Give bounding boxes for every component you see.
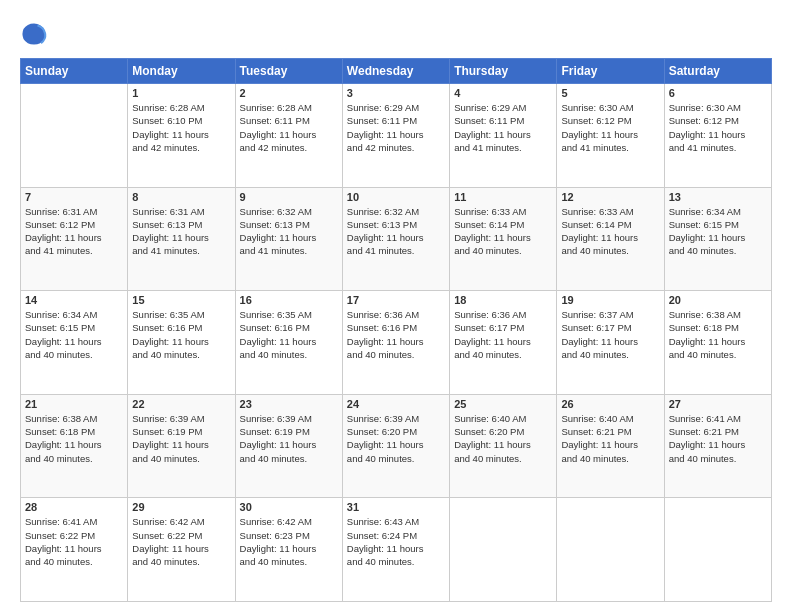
calendar-cell: 5Sunrise: 6:30 AM Sunset: 6:12 PM Daylig… [557, 84, 664, 188]
page: SundayMondayTuesdayWednesdayThursdayFrid… [0, 0, 792, 612]
calendar-cell: 3Sunrise: 6:29 AM Sunset: 6:11 PM Daylig… [342, 84, 449, 188]
day-number: 15 [132, 294, 230, 306]
day-number: 17 [347, 294, 445, 306]
logo [20, 20, 52, 48]
day-info: Sunrise: 6:31 AM Sunset: 6:12 PM Dayligh… [25, 205, 123, 258]
day-number: 27 [669, 398, 767, 410]
calendar-cell: 17Sunrise: 6:36 AM Sunset: 6:16 PM Dayli… [342, 291, 449, 395]
day-info: Sunrise: 6:30 AM Sunset: 6:12 PM Dayligh… [561, 101, 659, 154]
day-number: 28 [25, 501, 123, 513]
calendar-cell: 26Sunrise: 6:40 AM Sunset: 6:21 PM Dayli… [557, 394, 664, 498]
weekday-header-saturday: Saturday [664, 59, 771, 84]
calendar-cell: 6Sunrise: 6:30 AM Sunset: 6:12 PM Daylig… [664, 84, 771, 188]
day-number: 3 [347, 87, 445, 99]
day-info: Sunrise: 6:35 AM Sunset: 6:16 PM Dayligh… [132, 308, 230, 361]
calendar-cell: 27Sunrise: 6:41 AM Sunset: 6:21 PM Dayli… [664, 394, 771, 498]
day-info: Sunrise: 6:28 AM Sunset: 6:10 PM Dayligh… [132, 101, 230, 154]
calendar-cell: 19Sunrise: 6:37 AM Sunset: 6:17 PM Dayli… [557, 291, 664, 395]
day-info: Sunrise: 6:37 AM Sunset: 6:17 PM Dayligh… [561, 308, 659, 361]
calendar-cell [450, 498, 557, 602]
week-row-2: 7Sunrise: 6:31 AM Sunset: 6:12 PM Daylig… [21, 187, 772, 291]
day-number: 8 [132, 191, 230, 203]
day-number: 9 [240, 191, 338, 203]
calendar-cell: 18Sunrise: 6:36 AM Sunset: 6:17 PM Dayli… [450, 291, 557, 395]
calendar-cell: 24Sunrise: 6:39 AM Sunset: 6:20 PM Dayli… [342, 394, 449, 498]
calendar-cell: 21Sunrise: 6:38 AM Sunset: 6:18 PM Dayli… [21, 394, 128, 498]
day-number: 26 [561, 398, 659, 410]
day-info: Sunrise: 6:35 AM Sunset: 6:16 PM Dayligh… [240, 308, 338, 361]
calendar-cell: 7Sunrise: 6:31 AM Sunset: 6:12 PM Daylig… [21, 187, 128, 291]
day-info: Sunrise: 6:38 AM Sunset: 6:18 PM Dayligh… [669, 308, 767, 361]
weekday-header-row: SundayMondayTuesdayWednesdayThursdayFrid… [21, 59, 772, 84]
calendar-cell [21, 84, 128, 188]
week-row-3: 14Sunrise: 6:34 AM Sunset: 6:15 PM Dayli… [21, 291, 772, 395]
day-number: 2 [240, 87, 338, 99]
day-number: 14 [25, 294, 123, 306]
weekday-header-monday: Monday [128, 59, 235, 84]
day-info: Sunrise: 6:39 AM Sunset: 6:19 PM Dayligh… [240, 412, 338, 465]
calendar-cell [557, 498, 664, 602]
day-number: 1 [132, 87, 230, 99]
day-number: 11 [454, 191, 552, 203]
week-row-5: 28Sunrise: 6:41 AM Sunset: 6:22 PM Dayli… [21, 498, 772, 602]
day-info: Sunrise: 6:33 AM Sunset: 6:14 PM Dayligh… [561, 205, 659, 258]
day-number: 12 [561, 191, 659, 203]
calendar-table: SundayMondayTuesdayWednesdayThursdayFrid… [20, 58, 772, 602]
weekday-header-tuesday: Tuesday [235, 59, 342, 84]
day-number: 16 [240, 294, 338, 306]
day-number: 20 [669, 294, 767, 306]
calendar-cell: 4Sunrise: 6:29 AM Sunset: 6:11 PM Daylig… [450, 84, 557, 188]
calendar-cell: 14Sunrise: 6:34 AM Sunset: 6:15 PM Dayli… [21, 291, 128, 395]
day-number: 19 [561, 294, 659, 306]
calendar-cell: 16Sunrise: 6:35 AM Sunset: 6:16 PM Dayli… [235, 291, 342, 395]
day-info: Sunrise: 6:38 AM Sunset: 6:18 PM Dayligh… [25, 412, 123, 465]
week-row-4: 21Sunrise: 6:38 AM Sunset: 6:18 PM Dayli… [21, 394, 772, 498]
day-number: 25 [454, 398, 552, 410]
day-info: Sunrise: 6:33 AM Sunset: 6:14 PM Dayligh… [454, 205, 552, 258]
day-number: 13 [669, 191, 767, 203]
day-number: 4 [454, 87, 552, 99]
day-number: 6 [669, 87, 767, 99]
day-info: Sunrise: 6:29 AM Sunset: 6:11 PM Dayligh… [347, 101, 445, 154]
calendar-cell: 1Sunrise: 6:28 AM Sunset: 6:10 PM Daylig… [128, 84, 235, 188]
calendar-cell: 22Sunrise: 6:39 AM Sunset: 6:19 PM Dayli… [128, 394, 235, 498]
day-number: 7 [25, 191, 123, 203]
week-row-1: 1Sunrise: 6:28 AM Sunset: 6:10 PM Daylig… [21, 84, 772, 188]
calendar-cell: 13Sunrise: 6:34 AM Sunset: 6:15 PM Dayli… [664, 187, 771, 291]
day-info: Sunrise: 6:29 AM Sunset: 6:11 PM Dayligh… [454, 101, 552, 154]
calendar-cell: 11Sunrise: 6:33 AM Sunset: 6:14 PM Dayli… [450, 187, 557, 291]
calendar-cell: 15Sunrise: 6:35 AM Sunset: 6:16 PM Dayli… [128, 291, 235, 395]
weekday-header-thursday: Thursday [450, 59, 557, 84]
day-number: 31 [347, 501, 445, 513]
day-number: 23 [240, 398, 338, 410]
calendar-cell: 8Sunrise: 6:31 AM Sunset: 6:13 PM Daylig… [128, 187, 235, 291]
weekday-header-wednesday: Wednesday [342, 59, 449, 84]
weekday-header-sunday: Sunday [21, 59, 128, 84]
calendar-cell: 10Sunrise: 6:32 AM Sunset: 6:13 PM Dayli… [342, 187, 449, 291]
day-info: Sunrise: 6:36 AM Sunset: 6:16 PM Dayligh… [347, 308, 445, 361]
day-info: Sunrise: 6:39 AM Sunset: 6:19 PM Dayligh… [132, 412, 230, 465]
calendar-cell: 31Sunrise: 6:43 AM Sunset: 6:24 PM Dayli… [342, 498, 449, 602]
calendar-cell: 23Sunrise: 6:39 AM Sunset: 6:19 PM Dayli… [235, 394, 342, 498]
day-info: Sunrise: 6:34 AM Sunset: 6:15 PM Dayligh… [669, 205, 767, 258]
day-number: 18 [454, 294, 552, 306]
day-info: Sunrise: 6:32 AM Sunset: 6:13 PM Dayligh… [240, 205, 338, 258]
day-info: Sunrise: 6:43 AM Sunset: 6:24 PM Dayligh… [347, 515, 445, 568]
day-info: Sunrise: 6:39 AM Sunset: 6:20 PM Dayligh… [347, 412, 445, 465]
day-info: Sunrise: 6:40 AM Sunset: 6:20 PM Dayligh… [454, 412, 552, 465]
calendar-cell: 20Sunrise: 6:38 AM Sunset: 6:18 PM Dayli… [664, 291, 771, 395]
day-info: Sunrise: 6:31 AM Sunset: 6:13 PM Dayligh… [132, 205, 230, 258]
day-number: 5 [561, 87, 659, 99]
day-number: 21 [25, 398, 123, 410]
day-info: Sunrise: 6:36 AM Sunset: 6:17 PM Dayligh… [454, 308, 552, 361]
day-info: Sunrise: 6:28 AM Sunset: 6:11 PM Dayligh… [240, 101, 338, 154]
weekday-header-friday: Friday [557, 59, 664, 84]
day-number: 29 [132, 501, 230, 513]
day-info: Sunrise: 6:32 AM Sunset: 6:13 PM Dayligh… [347, 205, 445, 258]
calendar-cell: 28Sunrise: 6:41 AM Sunset: 6:22 PM Dayli… [21, 498, 128, 602]
day-info: Sunrise: 6:30 AM Sunset: 6:12 PM Dayligh… [669, 101, 767, 154]
day-number: 24 [347, 398, 445, 410]
calendar-cell: 2Sunrise: 6:28 AM Sunset: 6:11 PM Daylig… [235, 84, 342, 188]
calendar-cell: 12Sunrise: 6:33 AM Sunset: 6:14 PM Dayli… [557, 187, 664, 291]
day-info: Sunrise: 6:42 AM Sunset: 6:23 PM Dayligh… [240, 515, 338, 568]
